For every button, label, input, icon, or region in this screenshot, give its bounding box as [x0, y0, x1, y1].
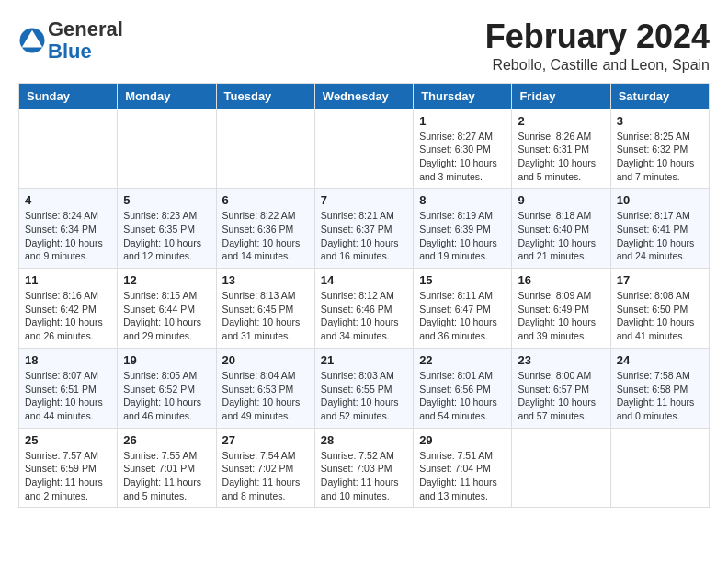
calendar-cell: 12Sunrise: 8:15 AM Sunset: 6:44 PM Dayli…: [118, 269, 216, 349]
day-header-tuesday: Tuesday: [216, 83, 314, 109]
day-info: Sunrise: 8:15 AM Sunset: 6:44 PM Dayligh…: [123, 289, 210, 343]
day-info: Sunrise: 7:52 AM Sunset: 7:03 PM Dayligh…: [321, 449, 407, 503]
day-number: 3: [617, 114, 703, 128]
day-number: 4: [25, 193, 111, 207]
calendar-week-row: 4Sunrise: 8:24 AM Sunset: 6:34 PM Daylig…: [19, 189, 710, 269]
location-title: Rebollo, Castille and Leon, Spain: [485, 57, 710, 74]
day-info: Sunrise: 8:19 AM Sunset: 6:39 PM Dayligh…: [419, 209, 506, 263]
calendar-cell: 3Sunrise: 8:25 AM Sunset: 6:32 PM Daylig…: [610, 109, 709, 189]
day-number: 11: [25, 273, 111, 287]
calendar-table: SundayMondayTuesdayWednesdayThursdayFrid…: [18, 83, 710, 509]
day-number: 7: [321, 193, 407, 207]
calendar-cell: [314, 109, 413, 189]
day-header-thursday: Thursday: [414, 83, 512, 109]
day-number: 21: [321, 353, 407, 367]
calendar-cell: 2Sunrise: 8:26 AM Sunset: 6:31 PM Daylig…: [512, 109, 610, 189]
day-number: 8: [419, 193, 506, 207]
calendar-cell: [512, 428, 610, 508]
calendar-cell: 6Sunrise: 8:22 AM Sunset: 6:36 PM Daylig…: [216, 189, 314, 269]
day-number: 1: [419, 114, 506, 128]
day-header-wednesday: Wednesday: [314, 83, 413, 109]
calendar-cell: 21Sunrise: 8:03 AM Sunset: 6:55 PM Dayli…: [314, 348, 413, 428]
day-info: Sunrise: 8:16 AM Sunset: 6:42 PM Dayligh…: [25, 289, 111, 343]
day-number: 28: [321, 433, 407, 447]
day-number: 13: [222, 273, 309, 287]
calendar-week-row: 11Sunrise: 8:16 AM Sunset: 6:42 PM Dayli…: [19, 269, 710, 349]
day-info: Sunrise: 8:07 AM Sunset: 6:51 PM Dayligh…: [25, 369, 111, 423]
day-number: 18: [25, 353, 111, 367]
day-header-monday: Monday: [118, 83, 216, 109]
day-info: Sunrise: 8:25 AM Sunset: 6:32 PM Dayligh…: [617, 130, 703, 184]
calendar-cell: 29Sunrise: 7:51 AM Sunset: 7:04 PM Dayli…: [414, 428, 512, 508]
calendar-cell: 19Sunrise: 8:05 AM Sunset: 6:52 PM Dayli…: [118, 348, 216, 428]
title-area: February 2024 Rebollo, Castille and Leon…: [485, 18, 710, 74]
day-header-friday: Friday: [512, 83, 610, 109]
day-info: Sunrise: 7:51 AM Sunset: 7:04 PM Dayligh…: [419, 449, 506, 503]
day-info: Sunrise: 7:55 AM Sunset: 7:01 PM Dayligh…: [123, 449, 210, 503]
day-info: Sunrise: 8:12 AM Sunset: 6:46 PM Dayligh…: [321, 289, 407, 343]
day-number: 5: [123, 193, 210, 207]
calendar-cell: 26Sunrise: 7:55 AM Sunset: 7:01 PM Dayli…: [118, 428, 216, 508]
calendar-week-row: 25Sunrise: 7:57 AM Sunset: 6:59 PM Dayli…: [19, 428, 710, 508]
calendar-cell: [216, 109, 314, 189]
day-info: Sunrise: 8:17 AM Sunset: 6:41 PM Dayligh…: [617, 209, 703, 263]
day-info: Sunrise: 8:26 AM Sunset: 6:31 PM Dayligh…: [518, 130, 604, 184]
day-info: Sunrise: 8:21 AM Sunset: 6:37 PM Dayligh…: [321, 209, 407, 263]
day-info: Sunrise: 8:11 AM Sunset: 6:47 PM Dayligh…: [419, 289, 506, 343]
calendar-cell: 22Sunrise: 8:01 AM Sunset: 6:56 PM Dayli…: [414, 348, 512, 428]
calendar-week-row: 1Sunrise: 8:27 AM Sunset: 6:30 PM Daylig…: [19, 109, 710, 189]
day-number: 12: [123, 273, 210, 287]
calendar-cell: 24Sunrise: 7:58 AM Sunset: 6:58 PM Dayli…: [610, 348, 709, 428]
day-info: Sunrise: 8:24 AM Sunset: 6:34 PM Dayligh…: [25, 209, 111, 263]
calendar-header-row: SundayMondayTuesdayWednesdayThursdayFrid…: [19, 83, 710, 109]
calendar-cell: 28Sunrise: 7:52 AM Sunset: 7:03 PM Dayli…: [314, 428, 413, 508]
day-number: 25: [25, 433, 111, 447]
calendar-cell: [19, 109, 118, 189]
calendar-cell: 7Sunrise: 8:21 AM Sunset: 6:37 PM Daylig…: [314, 189, 413, 269]
day-info: Sunrise: 8:18 AM Sunset: 6:40 PM Dayligh…: [518, 209, 604, 263]
day-header-sunday: Sunday: [19, 83, 118, 109]
day-info: Sunrise: 8:08 AM Sunset: 6:50 PM Dayligh…: [617, 289, 703, 343]
calendar-cell: [610, 428, 709, 508]
day-info: Sunrise: 8:27 AM Sunset: 6:30 PM Dayligh…: [419, 130, 506, 184]
day-info: Sunrise: 8:03 AM Sunset: 6:55 PM Dayligh…: [321, 369, 407, 423]
calendar-week-row: 18Sunrise: 8:07 AM Sunset: 6:51 PM Dayli…: [19, 348, 710, 428]
calendar-cell: 27Sunrise: 7:54 AM Sunset: 7:02 PM Dayli…: [216, 428, 314, 508]
day-number: 14: [321, 273, 407, 287]
calendar-cell: 14Sunrise: 8:12 AM Sunset: 6:46 PM Dayli…: [314, 269, 413, 349]
day-number: 29: [419, 433, 506, 447]
day-info: Sunrise: 8:04 AM Sunset: 6:53 PM Dayligh…: [222, 369, 309, 423]
day-number: 26: [123, 433, 210, 447]
calendar-cell: [118, 109, 216, 189]
day-number: 27: [222, 433, 309, 447]
logo-text: General Blue: [48, 18, 123, 63]
calendar-cell: 8Sunrise: 8:19 AM Sunset: 6:39 PM Daylig…: [414, 189, 512, 269]
calendar-cell: 15Sunrise: 8:11 AM Sunset: 6:47 PM Dayli…: [414, 269, 512, 349]
logo-icon: [18, 27, 46, 54]
calendar-cell: 10Sunrise: 8:17 AM Sunset: 6:41 PM Dayli…: [610, 189, 709, 269]
day-number: 19: [123, 353, 210, 367]
day-number: 9: [518, 193, 604, 207]
calendar-cell: 17Sunrise: 8:08 AM Sunset: 6:50 PM Dayli…: [610, 269, 709, 349]
day-number: 2: [518, 114, 604, 128]
day-info: Sunrise: 7:58 AM Sunset: 6:58 PM Dayligh…: [617, 369, 703, 423]
day-number: 23: [518, 353, 604, 367]
day-info: Sunrise: 7:54 AM Sunset: 7:02 PM Dayligh…: [222, 449, 309, 503]
logo: General Blue: [18, 18, 123, 63]
calendar-cell: 11Sunrise: 8:16 AM Sunset: 6:42 PM Dayli…: [19, 269, 118, 349]
day-number: 10: [617, 193, 703, 207]
day-info: Sunrise: 8:23 AM Sunset: 6:35 PM Dayligh…: [123, 209, 210, 263]
day-info: Sunrise: 7:57 AM Sunset: 6:59 PM Dayligh…: [25, 449, 111, 503]
calendar-cell: 25Sunrise: 7:57 AM Sunset: 6:59 PM Dayli…: [19, 428, 118, 508]
day-number: 22: [419, 353, 506, 367]
day-info: Sunrise: 8:00 AM Sunset: 6:57 PM Dayligh…: [518, 369, 604, 423]
calendar-cell: 1Sunrise: 8:27 AM Sunset: 6:30 PM Daylig…: [414, 109, 512, 189]
calendar-cell: 20Sunrise: 8:04 AM Sunset: 6:53 PM Dayli…: [216, 348, 314, 428]
day-number: 24: [617, 353, 703, 367]
calendar-cell: 4Sunrise: 8:24 AM Sunset: 6:34 PM Daylig…: [19, 189, 118, 269]
page-header: General Blue February 2024 Rebollo, Cast…: [18, 18, 710, 74]
calendar-cell: 5Sunrise: 8:23 AM Sunset: 6:35 PM Daylig…: [118, 189, 216, 269]
day-number: 20: [222, 353, 309, 367]
day-number: 6: [222, 193, 309, 207]
day-info: Sunrise: 8:01 AM Sunset: 6:56 PM Dayligh…: [419, 369, 506, 423]
